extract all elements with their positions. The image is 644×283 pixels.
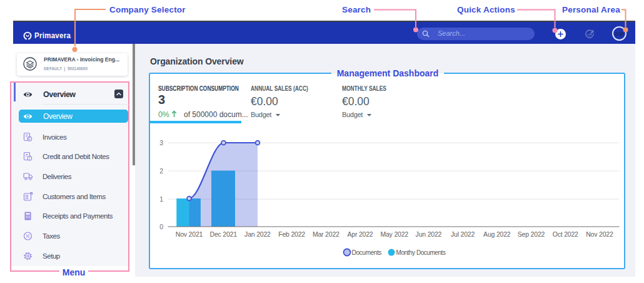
svg-text:2: 2	[159, 167, 163, 175]
svg-text:Nov 2021: Nov 2021	[175, 230, 203, 238]
svg-text:0: 0	[159, 223, 163, 230]
svg-text:Monthy Documents: Monthy Documents	[396, 249, 445, 256]
svg-text:Mar 2022: Mar 2022	[312, 230, 339, 238]
svg-text:1: 1	[159, 195, 163, 203]
svg-text:Feb 2022: Feb 2022	[278, 230, 305, 238]
svg-text:Jan 2022: Jan 2022	[244, 230, 271, 238]
svg-text:Apr 2022: Apr 2022	[347, 230, 373, 238]
svg-text:Dec 2021: Dec 2021	[209, 230, 237, 238]
svg-text:Jul 2022: Jul 2022	[451, 230, 475, 238]
svg-text:Nov 2022: Nov 2022	[586, 230, 613, 238]
svg-text:Sep 2022: Sep 2022	[517, 230, 545, 238]
svg-text:Jun 2022: Jun 2022	[415, 230, 441, 238]
svg-text:Aug 2022: Aug 2022	[483, 230, 511, 238]
svg-text:3: 3	[159, 139, 163, 147]
svg-text:Documents: Documents	[351, 249, 381, 256]
svg-text:Oct 2022: Oct 2022	[552, 230, 578, 238]
svg-text:May 2022: May 2022	[380, 230, 408, 238]
